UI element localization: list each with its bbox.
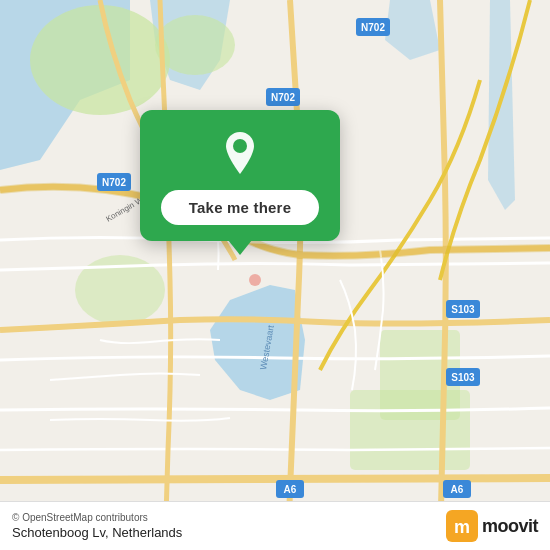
osm-credit: © OpenStreetMap contributors	[12, 512, 182, 523]
location-pin-icon	[214, 128, 266, 180]
location-name: Schotenboog Lv, Netherlands	[12, 525, 182, 540]
svg-text:S103: S103	[451, 372, 475, 383]
svg-text:S103: S103	[451, 304, 475, 315]
svg-text:A6: A6	[451, 484, 464, 495]
svg-point-22	[249, 274, 261, 286]
map-background: N702 N702 N702 S103 S103 A6 A6 Westevaar…	[0, 0, 550, 550]
svg-point-2	[155, 15, 235, 75]
svg-rect-5	[350, 390, 470, 470]
svg-text:m: m	[454, 517, 470, 537]
bottom-left-info: © OpenStreetMap contributors Schotenboog…	[12, 512, 182, 540]
moovit-icon: m	[446, 510, 478, 542]
svg-text:N702: N702	[271, 92, 295, 103]
svg-point-1	[30, 5, 170, 115]
svg-text:N702: N702	[361, 22, 385, 33]
svg-point-23	[233, 139, 247, 153]
popup-card: Take me there	[140, 110, 340, 241]
moovit-brand-text: moovit	[482, 516, 538, 537]
bottom-bar: © OpenStreetMap contributors Schotenboog…	[0, 501, 550, 550]
svg-text:N702: N702	[102, 177, 126, 188]
take-me-there-button[interactable]: Take me there	[161, 190, 319, 225]
svg-text:A6: A6	[284, 484, 297, 495]
map-container: N702 N702 N702 S103 S103 A6 A6 Westevaar…	[0, 0, 550, 550]
moovit-logo: m moovit	[446, 510, 538, 542]
